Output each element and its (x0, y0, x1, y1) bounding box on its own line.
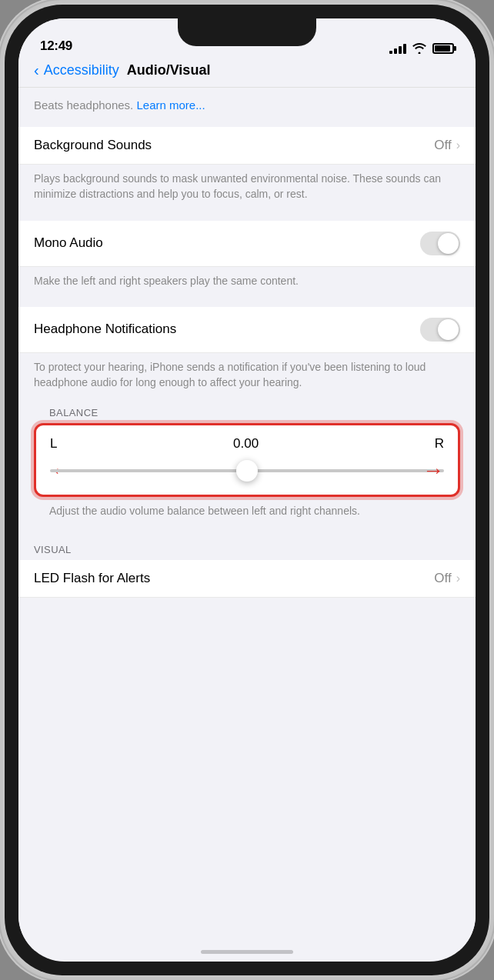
balance-left-label: L (50, 436, 57, 452)
background-sounds-chevron: › (456, 138, 460, 152)
visual-section-label: VISUAL (18, 538, 476, 560)
headphone-notifications-desc: To protect your hearing, iPhone sends a … (18, 353, 476, 402)
home-indicator (201, 950, 293, 954)
balance-right-label: R (435, 436, 444, 452)
back-chevron-icon[interactable]: ‹ (34, 62, 39, 79)
headphone-notifications-row[interactable]: Headphone Notifications (18, 307, 476, 353)
mono-audio-toggle[interactable] (420, 232, 460, 255)
headphone-notifications-section: Headphone Notifications To protect your … (18, 307, 476, 402)
back-label[interactable]: Accessibility (44, 62, 119, 78)
notch (178, 18, 316, 46)
led-flash-row[interactable]: LED Flash for Alerts Off › (18, 560, 476, 598)
balance-section-label: BALANCE (34, 401, 460, 423)
nav-header: ‹ Accessibility Audio/Visual (18, 58, 476, 88)
wifi-icon (412, 43, 426, 54)
background-sounds-section: Background Sounds Off › Plays background… (18, 127, 476, 213)
led-flash-label: LED Flash for Alerts (34, 571, 150, 586)
balance-slider-container: ← → (50, 458, 444, 484)
screen: 12:49 (18, 18, 476, 962)
status-icons (389, 43, 454, 54)
background-sounds-desc: Plays background sounds to mask unwanted… (18, 165, 476, 213)
background-sounds-label: Background Sounds (34, 138, 152, 153)
battery-icon (432, 43, 454, 54)
headphone-notifications-label: Headphone Notifications (34, 322, 176, 337)
balance-value: 0.00 (233, 436, 259, 452)
led-flash-chevron: › (456, 572, 460, 585)
phone-inner: 12:49 (5, 5, 489, 975)
mono-audio-row[interactable]: Mono Audio (18, 221, 476, 267)
status-time: 12:49 (40, 38, 72, 54)
mono-audio-desc: Make the left and right speakers play th… (18, 267, 476, 299)
mono-audio-label: Mono Audio (34, 235, 103, 251)
phone-frame: 12:49 (0, 0, 494, 980)
balance-track (50, 469, 444, 472)
balance-thumb[interactable] (236, 460, 258, 482)
balance-description: Adjust the audio volume balance between … (34, 497, 460, 529)
signal-icon (389, 43, 406, 54)
headphone-notifications-toggle[interactable] (420, 318, 460, 342)
balance-section: BALANCE L 0.00 R ← (18, 401, 476, 529)
learn-more-link[interactable]: Learn more... (136, 98, 205, 112)
background-sounds-row[interactable]: Background Sounds Off › (18, 127, 476, 165)
balance-card: L 0.00 R ← → (34, 423, 460, 497)
visual-section: VISUAL LED Flash for Alerts Off › (18, 538, 476, 598)
top-description: Beats headphones. Learn more... (18, 88, 476, 119)
mono-audio-section: Mono Audio Make the left and right speak… (18, 221, 476, 299)
content-area: Beats headphones. Learn more... Backgrou… (18, 88, 476, 951)
led-flash-value: Off (434, 571, 451, 586)
background-sounds-value: Off (434, 138, 451, 153)
page-title: Audio/Visual (127, 62, 211, 78)
